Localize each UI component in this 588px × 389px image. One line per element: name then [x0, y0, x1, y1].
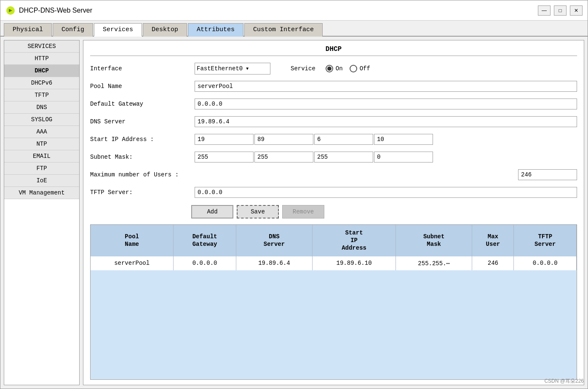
sidebar-item-syslog[interactable]: SYSLOG	[4, 114, 79, 126]
cell-dns-server: 19.89.6.4	[236, 256, 312, 270]
save-button[interactable]: Save	[237, 205, 279, 218]
start-ip-label: Start IP Address :	[90, 136, 191, 143]
title-bar-left: DHCP-DNS-Web Server	[5, 5, 92, 16]
app-icon	[5, 5, 16, 16]
default-gateway-row: Default Gateway	[90, 97, 577, 111]
tftp-server-input[interactable]	[195, 187, 577, 198]
tab-custom-interface[interactable]: Custom Interface	[244, 23, 323, 37]
subnet-mask-row: Subnet Mask:	[90, 150, 577, 164]
dns-server-row: DNS Server	[90, 115, 577, 128]
content-area: SERVICES HTTP DHCP DHCPv6 TFTP DNS SYSLO…	[0, 37, 588, 389]
subnet-input-1[interactable]	[195, 152, 254, 163]
subnet-input-3[interactable]	[314, 152, 373, 163]
dns-server-label: DNS Server	[90, 118, 191, 125]
subnet-mask-label: Subnet Mask:	[90, 154, 191, 160]
sidebar-item-ftp[interactable]: FTP	[4, 163, 79, 175]
maximize-button[interactable]: □	[554, 5, 567, 16]
tab-desktop[interactable]: Desktop	[143, 23, 187, 37]
title-controls: — □ ✕	[538, 5, 583, 16]
cell-default-gateway: 0.0.0.0	[174, 256, 236, 270]
tab-attributes[interactable]: Attributes	[188, 23, 243, 37]
default-gateway-input[interactable]	[195, 99, 577, 109]
cell-max-user: 246	[472, 256, 514, 270]
cell-pool-name: serverPool	[91, 256, 174, 270]
tab-services[interactable]: Services	[94, 23, 142, 37]
radio-group-service: On Off	[326, 65, 370, 72]
dropdown-arrow-icon: ▼	[246, 67, 249, 71]
interface-dropdown[interactable]: FastEthernet0 ▼	[195, 63, 270, 75]
col-header-dns-server: DNSServer	[236, 225, 312, 256]
pool-name-label: Pool Name	[90, 83, 191, 90]
sidebar-scroll: SERVICES HTTP DHCP DHCPv6 TFTP DNS SYSLO…	[4, 40, 79, 385]
sidebar-item-dhcp[interactable]: DHCP	[4, 65, 79, 77]
col-header-tftp-server: TFTPServer	[514, 225, 577, 256]
dhcp-table: PoolName DefaultGateway DNSServer StartI…	[91, 225, 577, 270]
sidebar-item-ioe[interactable]: IoE	[4, 175, 79, 187]
sidebar-item-dhcpv6[interactable]: DHCPv6	[4, 77, 79, 89]
radio-off-circle	[350, 65, 357, 72]
col-header-pool-name: PoolName	[91, 225, 174, 256]
close-button[interactable]: ✕	[570, 5, 583, 16]
pool-name-row: Pool Name	[90, 80, 577, 93]
table-row[interactable]: serverPool 0.0.0.0 19.89.6.4 19.89.6.10 …	[91, 256, 577, 270]
radio-on-circle	[326, 65, 333, 72]
title-bar: DHCP-DNS-Web Server — □ ✕	[0, 0, 588, 21]
default-gateway-label: Default Gateway	[90, 101, 191, 107]
main-window: DHCP-DNS-Web Server — □ ✕ Physical Confi…	[0, 0, 588, 389]
tab-physical[interactable]: Physical	[4, 23, 52, 37]
subnet-mask-inputs	[195, 152, 433, 163]
watermark: CSDN @耳朵226	[544, 378, 584, 385]
start-ip-input-3[interactable]	[314, 134, 373, 145]
subnet-input-4[interactable]	[374, 152, 433, 163]
start-ip-input-2[interactable]	[254, 134, 313, 145]
tftp-server-row: TFTP Server:	[90, 186, 577, 199]
cell-subnet-mask: 255.255.⋯	[396, 256, 472, 270]
sidebar-item-ntp[interactable]: NTP	[4, 138, 79, 150]
col-header-subnet-mask: SubnetMask	[396, 225, 472, 256]
tftp-server-label: TFTP Server:	[90, 189, 191, 196]
sidebar-item-email[interactable]: EMAIL	[4, 150, 79, 163]
cell-start-ip: 19.89.6.10	[313, 256, 396, 270]
dns-server-input[interactable]	[195, 116, 577, 127]
cell-tftp-server: 0.0.0.0	[514, 256, 577, 270]
radio-off[interactable]: Off	[350, 65, 370, 72]
interface-row: Interface FastEthernet0 ▼ Service On Off	[90, 62, 577, 75]
subnet-input-2[interactable]	[254, 152, 313, 163]
sidebar-item-http[interactable]: HTTP	[4, 53, 79, 65]
start-ip-inputs	[195, 134, 433, 145]
radio-on[interactable]: On	[326, 65, 343, 72]
max-users-label: Maximum number of Users :	[90, 171, 191, 178]
add-button[interactable]: Add	[191, 205, 233, 218]
service-label: Service	[291, 65, 315, 72]
col-header-default-gateway: DefaultGateway	[174, 225, 236, 256]
tab-config[interactable]: Config	[53, 23, 93, 37]
start-ip-input-1[interactable]	[195, 134, 254, 145]
start-ip-input-4[interactable]	[374, 134, 433, 145]
main-panel: DHCP Interface FastEthernet0 ▼ Service O…	[83, 40, 584, 385]
remove-button[interactable]: Remove	[282, 205, 324, 218]
sidebar-item-services[interactable]: SERVICES	[4, 40, 79, 53]
sidebar-item-vm-management[interactable]: VM Management	[4, 187, 79, 199]
pool-name-input[interactable]	[195, 81, 577, 92]
col-header-start-ip: StartIPAddress	[313, 225, 396, 256]
radio-on-label: On	[336, 65, 343, 72]
radio-off-label: Off	[360, 65, 370, 72]
minimize-button[interactable]: —	[538, 5, 551, 16]
sidebar-item-dns[interactable]: DNS	[4, 101, 79, 114]
interface-label: Interface	[90, 65, 191, 72]
button-row: Add Save Remove	[191, 205, 577, 218]
sidebar-item-aaa[interactable]: AAA	[4, 126, 79, 138]
max-users-input[interactable]	[518, 169, 577, 180]
start-ip-row: Start IP Address :	[90, 133, 577, 146]
panel-title: DHCP	[90, 45, 577, 56]
col-header-max-user: MaxUser	[472, 225, 514, 256]
window-title: DHCP-DNS-Web Server	[19, 7, 92, 14]
sidebar-item-tftp[interactable]: TFTP	[4, 89, 79, 101]
tab-bar: Physical Config Services Desktop Attribu…	[0, 21, 588, 37]
max-users-row: Maximum number of Users :	[90, 168, 577, 181]
interface-value: FastEthernet0	[197, 65, 243, 72]
data-table-container: PoolName DefaultGateway DNSServer StartI…	[90, 224, 577, 380]
sidebar: SERVICES HTTP DHCP DHCPv6 TFTP DNS SYSLO…	[4, 40, 80, 385]
